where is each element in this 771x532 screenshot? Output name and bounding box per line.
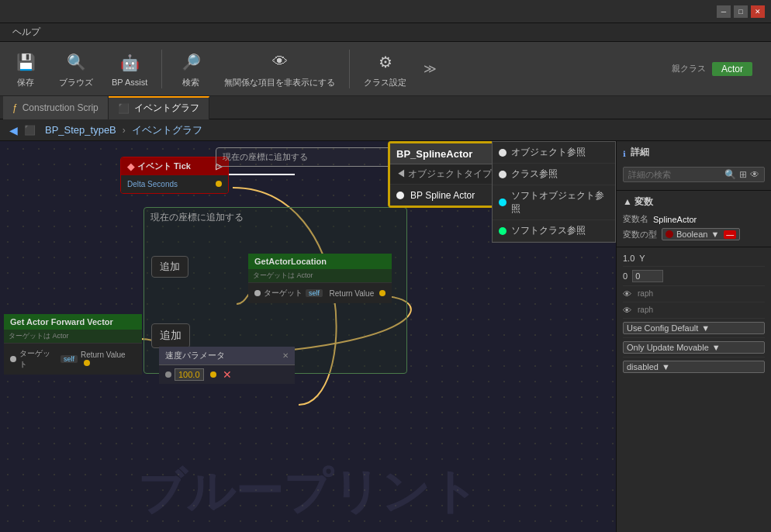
graph-label-1: raph bbox=[638, 289, 653, 299]
right-panel: ℹ 詳細 🔍 ⊞ 👁 ▲ 変数 変数名 SplineActor 変数の型 Bo bbox=[616, 141, 771, 532]
target-label: ターゲット bbox=[264, 288, 303, 299]
event-tick-node[interactable]: ◆ イベント Tick ▷ Delta Seconds bbox=[120, 157, 229, 194]
speed-delete-icon[interactable]: ✕ bbox=[223, 368, 232, 381]
toolbar-divider2 bbox=[349, 50, 350, 88]
get-actor-forward-body: ターゲット self Return Value bbox=[4, 344, 142, 375]
close-button[interactable]: ✕ bbox=[751, 5, 765, 18]
parent-class-label: 親クラス bbox=[672, 63, 706, 74]
toolbar-divider bbox=[161, 50, 162, 88]
tab-bar: ƒ Construction Scrip ⬛ イベントグラフ bbox=[0, 96, 771, 119]
maximize-button[interactable]: □ bbox=[734, 5, 748, 18]
menu-bar: ヘルプ bbox=[0, 23, 771, 42]
array-button[interactable]: — bbox=[724, 230, 736, 239]
get-actor-location-title: GetActorLocation bbox=[254, 257, 327, 266]
window-controls[interactable]: ─ □ ✕ bbox=[717, 5, 765, 18]
search-icon: 🔎 bbox=[178, 50, 203, 74]
type-list-label-3: ソフトクラス参照 bbox=[511, 224, 586, 237]
comment-zaihyo-text: 現在の座標に追加する bbox=[223, 152, 308, 161]
get-actor-location-node[interactable]: GetActorLocation ターゲットは Actor ターゲット self… bbox=[248, 254, 392, 303]
speed-param-node[interactable]: 速度パラメータ ✕ 100.0 ✕ bbox=[159, 347, 295, 384]
spline-item-label-0: BP Spline Actor bbox=[410, 190, 475, 201]
add-node-2[interactable]: 追加 bbox=[151, 323, 190, 348]
save-label: 保存 bbox=[17, 77, 34, 88]
get-actor-location-body: ターゲット self Return Value bbox=[248, 283, 392, 303]
speed-param-header: 速度パラメータ ✕ bbox=[159, 347, 295, 365]
value-1: 1.0 bbox=[623, 254, 634, 263]
toolbar-search[interactable]: 🔎 検索 bbox=[171, 47, 210, 92]
details-search-box[interactable]: 🔍 ⊞ 👁 bbox=[623, 167, 765, 182]
comment-zaihyo-top: 現在の座標に追加する bbox=[216, 147, 394, 167]
forward-self-badge: self bbox=[61, 355, 78, 363]
class-settings-label: クラス設定 bbox=[364, 77, 406, 88]
details-search-input[interactable] bbox=[628, 170, 724, 179]
disabled-row: disabled ▼ bbox=[623, 358, 765, 376]
toolbar-save[interactable]: 💾 保存 bbox=[6, 47, 45, 92]
back-arrow-icon[interactable]: ◀ bbox=[9, 124, 18, 136]
grid-icon[interactable]: ⊞ bbox=[739, 169, 747, 180]
browse-icon: 🔍 bbox=[64, 50, 88, 74]
bp-node-icon: ⬛ bbox=[24, 125, 36, 136]
parent-class-value[interactable]: Actor bbox=[712, 62, 752, 76]
info-icon: ℹ bbox=[623, 150, 626, 158]
toolbar-class-settings[interactable]: ⚙ クラス設定 bbox=[359, 47, 411, 92]
graph-label-2: raph bbox=[638, 306, 653, 315]
forward-target-pin-dot bbox=[10, 356, 16, 362]
type-list-item-3[interactable]: ソフトクラス参照 bbox=[493, 220, 615, 242]
variable-name-label: 変数名 bbox=[623, 213, 648, 225]
spline-popup-item-0[interactable]: BP Spline Actor オブジェクト参照 bbox=[390, 185, 616, 206]
variables-section: ▲ 変数 変数名 SplineActor 変数の型 Boolean ▼ — bbox=[617, 191, 771, 247]
add-node-1[interactable]: 追加 bbox=[151, 256, 188, 278]
title-bar: ─ □ ✕ bbox=[0, 0, 771, 23]
eye-icon-1[interactable]: 👁 bbox=[623, 289, 631, 299]
get-actor-forward-subtitle: ターゲットは Actor bbox=[4, 330, 142, 344]
save-icon: 💾 bbox=[13, 50, 38, 74]
details-search-section: ℹ 詳細 🔍 ⊞ 👁 bbox=[617, 141, 771, 191]
search-icon: 🔍 bbox=[724, 169, 736, 180]
speed-value[interactable]: 100.0 bbox=[175, 368, 204, 381]
variable-type-dropdown[interactable]: Boolean ▼ — bbox=[662, 228, 740, 240]
toolbar-hide[interactable]: 👁 無関係な項目を非表示にする bbox=[220, 47, 340, 92]
get-actor-target-pin: ターゲット self Return Value bbox=[254, 286, 386, 300]
tab-event-graph[interactable]: ⬛ イベントグラフ bbox=[109, 96, 209, 119]
variable-type-label: 変数の型 bbox=[623, 229, 657, 240]
hide-icon: 👁 bbox=[268, 50, 292, 74]
browse-label: ブラウズ bbox=[59, 77, 93, 88]
disabled-dropdown[interactable]: disabled ▼ bbox=[623, 361, 765, 373]
breadcrumb-root[interactable]: BP_Step_typeB bbox=[45, 124, 116, 136]
search-label: 検索 bbox=[182, 77, 199, 88]
variable-name-row: 変数名 SplineActor bbox=[623, 212, 765, 226]
menu-help[interactable]: ヘルプ bbox=[6, 24, 47, 40]
number-input-1[interactable] bbox=[632, 270, 663, 282]
spline-actor-popup[interactable]: BP_SplineActor ✕ ◀ オブジェクトタイプ BP Spline A… bbox=[388, 141, 616, 208]
eye-row: 👁 raph bbox=[623, 286, 765, 302]
toolbar-bp-assist[interactable]: 🤖 BP Assist bbox=[107, 47, 152, 90]
update-dropdown[interactable]: Only Update Movable ▼ bbox=[623, 341, 765, 354]
eye-icon-2[interactable]: 👁 bbox=[623, 306, 631, 315]
tab-construction-script[interactable]: ƒ Construction Scrip bbox=[3, 96, 109, 119]
return-value-label: Return Value bbox=[330, 289, 375, 298]
config-value: Use Config Default bbox=[627, 323, 698, 333]
config-dropdown[interactable]: Use Config Default ▼ bbox=[623, 322, 765, 334]
minimize-button[interactable]: ─ bbox=[717, 5, 731, 18]
construction-script-label: Construction Scrip bbox=[22, 102, 99, 113]
toolbar-expand[interactable]: ≫ bbox=[420, 58, 440, 79]
speed-value-row: 100.0 ✕ bbox=[165, 368, 289, 381]
speed-param-title: 速度パラメータ bbox=[165, 350, 225, 361]
details-title: 詳細 bbox=[631, 146, 649, 159]
event-graph-label: イベントグラフ bbox=[134, 102, 199, 115]
type-dot-3 bbox=[499, 227, 507, 235]
update-dropdown-arrow: ▼ bbox=[712, 343, 721, 352]
y-label: Y bbox=[639, 254, 645, 263]
eye-icon[interactable]: 👁 bbox=[750, 169, 759, 180]
forward-return-label: Return Value bbox=[81, 351, 126, 359]
breadcrumb-bar: ◀ ⬛ BP_Step_typeB › イベントグラフ bbox=[0, 119, 771, 141]
value-row-1: 1.0 Y bbox=[623, 250, 765, 267]
delta-seconds-pin-icon bbox=[216, 181, 222, 187]
blueprint-canvas[interactable]: ◆ イベント Tick ▷ Delta Seconds 現在の座標に追加する 現… bbox=[0, 141, 616, 532]
speed-param-close-icon[interactable]: ✕ bbox=[282, 351, 289, 360]
breadcrumb-current: イベントグラフ bbox=[132, 123, 202, 137]
event-tick-header: ◆ イベント Tick ▷ bbox=[121, 157, 228, 175]
spline-popup-header: BP_SplineActor ✕ bbox=[390, 143, 616, 164]
toolbar-browse[interactable]: 🔍 ブラウズ bbox=[54, 47, 98, 92]
get-actor-forward-node[interactable]: Get Actor Forward Vector ターゲットは Actor ター… bbox=[4, 314, 142, 375]
